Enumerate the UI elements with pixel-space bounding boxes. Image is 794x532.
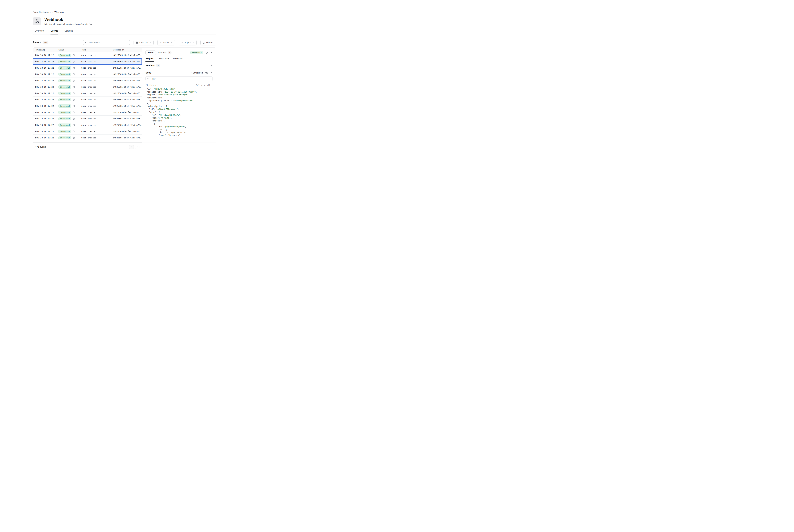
table-row[interactable]: NOV 18 10:17:22Successfuluser.createdb49… xyxy=(33,65,142,71)
cell-status: Successful xyxy=(58,117,81,120)
topics-filter-button[interactable]: Topics xyxy=(179,40,196,45)
json-line: "id": "MJ2oy747MNQXELAo", xyxy=(146,131,213,134)
json-root-toggle[interactable]: {1 item ↑ xyxy=(146,84,156,87)
cell-timestamp: NOV 18 10:17:22 xyxy=(35,79,58,82)
table-row[interactable]: NOV 18 10:17:22Successfuluser.createdb49… xyxy=(33,141,142,142)
status-filter-button[interactable]: Status xyxy=(157,40,175,45)
nav-tabs: Overview Events Settings xyxy=(33,30,216,35)
table-row[interactable]: NOV 18 10:17:22Successfuluser.createdb49… xyxy=(33,116,142,122)
headers-section-row[interactable]: Headers 3 xyxy=(142,62,216,69)
subtab-response[interactable]: Response xyxy=(159,57,169,62)
body-filter-input[interactable] xyxy=(151,78,211,80)
retry-icon[interactable] xyxy=(73,130,75,133)
attempts-tab[interactable]: Attempts 3 xyxy=(158,51,171,54)
previous-page-button[interactable] xyxy=(129,145,134,149)
events-table: Timestamp Status Topic Message ID NOV 18… xyxy=(33,48,142,151)
cell-topic: user.created xyxy=(81,73,113,75)
cell-status: Successful xyxy=(58,73,81,76)
cell-message-id: b4925365-b8cf-42b7-a76… xyxy=(113,67,142,69)
table-row[interactable]: NOV 18 10:17:22Successfuluser.createdb49… xyxy=(33,96,142,103)
json-line: "created_at": "2024-10-10T09:15:50+00:00… xyxy=(146,91,213,93)
subtab-metadata[interactable]: Metadata xyxy=(173,57,183,62)
close-panel-icon[interactable] xyxy=(210,52,213,54)
chevron-down-icon xyxy=(171,42,173,44)
cell-message-id: b4925365-b8cf-42b7-a76… xyxy=(113,98,142,101)
cell-status: Successful xyxy=(58,111,81,114)
cell-timestamp: NOV 18 10:17:22 xyxy=(35,105,58,107)
json-line: "id": "QJgg9WrS4vyQPNdR", xyxy=(146,125,213,128)
status-badge: Successful xyxy=(58,130,71,133)
cell-timestamp: NOV 18 10:17:22 xyxy=(35,117,58,120)
retry-icon[interactable] xyxy=(73,124,75,126)
retry-icon[interactable] xyxy=(73,54,75,56)
body-filter-searchbox[interactable] xyxy=(146,76,213,81)
retry-icon[interactable] xyxy=(73,118,75,120)
tab-settings[interactable]: Settings xyxy=(64,30,73,34)
filter-by-id-input[interactable] xyxy=(89,41,128,44)
cell-timestamp: NOV 18 10:17:22 xyxy=(35,98,58,101)
copy-body-icon[interactable] xyxy=(205,72,208,74)
status-badge: Successful xyxy=(58,136,71,139)
retry-icon[interactable] xyxy=(73,60,75,63)
cell-timestamp: NOV 18 10:17:22 xyxy=(35,111,58,114)
collapse-all-button[interactable]: Collapse all ↑ xyxy=(196,84,213,87)
header-text: Webhook http://mock.hookdeck.com/webhook… xyxy=(44,17,92,25)
status-badge: Successful xyxy=(58,111,71,114)
retry-icon[interactable] xyxy=(73,79,75,82)
code-brackets-icon xyxy=(189,72,192,74)
table-row[interactable]: NOV 18 10:17:22Successfuluser.createdb49… xyxy=(33,77,142,84)
chevron-down-icon[interactable] xyxy=(210,64,213,66)
table-row[interactable]: NOV 18 10:17:22Successfuluser.createdb49… xyxy=(33,52,142,58)
subtab-request[interactable]: Request xyxy=(146,57,154,62)
table-footer: 472 events xyxy=(33,142,142,151)
cell-timestamp: NOV 18 10:17:22 xyxy=(35,92,58,94)
table-row[interactable]: NOV 18 10:17:22Successfuluser.createdb49… xyxy=(33,71,142,77)
retry-icon[interactable] xyxy=(73,105,75,107)
tab-overview[interactable]: Overview xyxy=(35,30,44,34)
table-row[interactable]: NOV 18 10:17:22Successfuluser.createdb49… xyxy=(33,109,142,116)
chevron-up-icon[interactable] xyxy=(210,72,213,74)
column-timestamp: Timestamp xyxy=(35,49,58,51)
cell-status: Successful xyxy=(58,92,81,95)
retry-event-icon[interactable] xyxy=(206,52,208,54)
table-row[interactable]: NOV 18 10:17:22Successfuluser.createdb49… xyxy=(33,58,142,65)
tab-events[interactable]: Events xyxy=(51,30,58,35)
table-row[interactable]: NOV 18 10:17:22Successfuluser.createdb49… xyxy=(33,84,142,90)
refresh-button[interactable]: Refresh xyxy=(201,40,216,45)
status-badge: Successful xyxy=(58,79,71,82)
retry-icon[interactable] xyxy=(73,99,75,101)
cell-topic: user.created xyxy=(81,105,113,107)
cell-topic: user.created xyxy=(81,124,113,126)
cell-timestamp: NOV 18 10:17:22 xyxy=(35,130,58,133)
cell-timestamp: NOV 18 10:17:22 xyxy=(35,67,58,69)
table-row[interactable]: NOV 18 10:17:22Successfuluser.createdb49… xyxy=(33,90,142,96)
pagination xyxy=(129,145,139,149)
breadcrumb-separator: / xyxy=(53,11,53,13)
retry-icon[interactable] xyxy=(73,137,75,139)
table-row[interactable]: NOV 18 10:17:22Successfuluser.createdb49… xyxy=(33,128,142,135)
retry-icon[interactable] xyxy=(73,111,75,114)
cell-topic: user.created xyxy=(81,60,113,63)
filter-by-id-searchbox[interactable] xyxy=(83,40,130,45)
cell-status: Successful xyxy=(58,136,81,139)
search-icon xyxy=(85,41,88,44)
table-row[interactable]: NOV 18 10:17:22Successfuluser.createdb49… xyxy=(33,135,142,141)
events-total-label: events xyxy=(40,146,46,148)
table-row[interactable]: NOV 18 10:17:22Successfuluser.createdb49… xyxy=(33,103,142,109)
retry-icon[interactable] xyxy=(73,92,75,94)
next-page-button[interactable] xyxy=(135,145,139,149)
json-line: } xyxy=(146,137,213,139)
retry-icon[interactable] xyxy=(73,67,75,69)
structured-view-toggle[interactable]: Structured xyxy=(189,72,203,74)
breadcrumb-parent-link[interactable]: Event Destinations xyxy=(33,11,51,13)
retry-icon[interactable] xyxy=(73,86,75,88)
cell-topic: user.created xyxy=(81,130,113,133)
copy-url-icon[interactable] xyxy=(90,23,92,25)
time-range-button[interactable]: Last 24h xyxy=(134,40,154,45)
table-row[interactable]: NOV 18 10:17:22Successfuluser.createdb49… xyxy=(33,122,142,128)
event-tab-chip[interactable]: Event xyxy=(146,50,156,55)
retry-icon[interactable] xyxy=(73,73,75,75)
calendar-icon xyxy=(136,41,138,44)
events-toolbar: Events 472 Last 24h xyxy=(33,40,216,45)
json-line: "plan": { xyxy=(146,111,213,114)
